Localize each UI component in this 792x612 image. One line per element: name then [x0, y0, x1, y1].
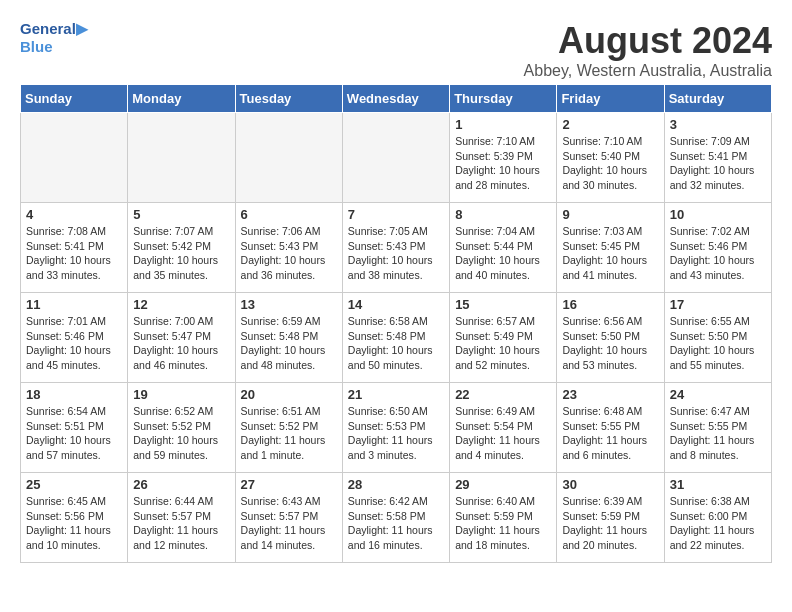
day-info: Sunrise: 6:38 AMSunset: 6:00 PMDaylight:… [670, 494, 766, 553]
day-number: 21 [348, 387, 444, 402]
calendar-day-cell: 19Sunrise: 6:52 AMSunset: 5:52 PMDayligh… [128, 383, 235, 473]
day-number: 9 [562, 207, 658, 222]
day-number: 28 [348, 477, 444, 492]
calendar-day-cell: 3Sunrise: 7:09 AMSunset: 5:41 PMDaylight… [664, 113, 771, 203]
day-number: 3 [670, 117, 766, 132]
day-number: 12 [133, 297, 229, 312]
calendar-day-cell [21, 113, 128, 203]
calendar-day-cell: 24Sunrise: 6:47 AMSunset: 5:55 PMDayligh… [664, 383, 771, 473]
day-info: Sunrise: 6:58 AMSunset: 5:48 PMDaylight:… [348, 314, 444, 373]
day-number: 15 [455, 297, 551, 312]
calendar-day-cell: 15Sunrise: 6:57 AMSunset: 5:49 PMDayligh… [450, 293, 557, 383]
day-number: 6 [241, 207, 337, 222]
day-number: 13 [241, 297, 337, 312]
calendar-day-cell: 7Sunrise: 7:05 AMSunset: 5:43 PMDaylight… [342, 203, 449, 293]
day-info: Sunrise: 6:45 AMSunset: 5:56 PMDaylight:… [26, 494, 122, 553]
calendar-week-row: 11Sunrise: 7:01 AMSunset: 5:46 PMDayligh… [21, 293, 772, 383]
day-info: Sunrise: 6:48 AMSunset: 5:55 PMDaylight:… [562, 404, 658, 463]
calendar-day-cell [235, 113, 342, 203]
day-info: Sunrise: 6:55 AMSunset: 5:50 PMDaylight:… [670, 314, 766, 373]
day-number: 7 [348, 207, 444, 222]
calendar-day-cell: 12Sunrise: 7:00 AMSunset: 5:47 PMDayligh… [128, 293, 235, 383]
calendar-day-cell: 30Sunrise: 6:39 AMSunset: 5:59 PMDayligh… [557, 473, 664, 563]
logo: General▶ Blue [20, 20, 88, 56]
calendar-week-row: 18Sunrise: 6:54 AMSunset: 5:51 PMDayligh… [21, 383, 772, 473]
calendar-day-cell: 8Sunrise: 7:04 AMSunset: 5:44 PMDaylight… [450, 203, 557, 293]
day-number: 5 [133, 207, 229, 222]
calendar-day-cell [342, 113, 449, 203]
day-info: Sunrise: 6:42 AMSunset: 5:58 PMDaylight:… [348, 494, 444, 553]
day-info: Sunrise: 6:49 AMSunset: 5:54 PMDaylight:… [455, 404, 551, 463]
day-info: Sunrise: 7:00 AMSunset: 5:47 PMDaylight:… [133, 314, 229, 373]
calendar-day-cell: 1Sunrise: 7:10 AMSunset: 5:39 PMDaylight… [450, 113, 557, 203]
weekday-header-tuesday: Tuesday [235, 85, 342, 113]
calendar-day-cell: 18Sunrise: 6:54 AMSunset: 5:51 PMDayligh… [21, 383, 128, 473]
calendar-week-row: 1Sunrise: 7:10 AMSunset: 5:39 PMDaylight… [21, 113, 772, 203]
day-number: 25 [26, 477, 122, 492]
weekday-header-thursday: Thursday [450, 85, 557, 113]
calendar-day-cell: 9Sunrise: 7:03 AMSunset: 5:45 PMDaylight… [557, 203, 664, 293]
calendar-day-cell: 21Sunrise: 6:50 AMSunset: 5:53 PMDayligh… [342, 383, 449, 473]
logo-subtext: Blue [20, 38, 88, 56]
day-info: Sunrise: 7:10 AMSunset: 5:40 PMDaylight:… [562, 134, 658, 193]
weekday-header-saturday: Saturday [664, 85, 771, 113]
calendar-day-cell: 27Sunrise: 6:43 AMSunset: 5:57 PMDayligh… [235, 473, 342, 563]
calendar-day-cell: 5Sunrise: 7:07 AMSunset: 5:42 PMDaylight… [128, 203, 235, 293]
day-info: Sunrise: 6:50 AMSunset: 5:53 PMDaylight:… [348, 404, 444, 463]
location-subtitle: Abbey, Western Australia, Australia [20, 62, 772, 80]
day-number: 14 [348, 297, 444, 312]
day-number: 2 [562, 117, 658, 132]
day-number: 20 [241, 387, 337, 402]
day-number: 23 [562, 387, 658, 402]
day-number: 30 [562, 477, 658, 492]
day-number: 22 [455, 387, 551, 402]
day-info: Sunrise: 7:04 AMSunset: 5:44 PMDaylight:… [455, 224, 551, 283]
weekday-header-monday: Monday [128, 85, 235, 113]
day-info: Sunrise: 6:56 AMSunset: 5:50 PMDaylight:… [562, 314, 658, 373]
calendar-day-cell: 28Sunrise: 6:42 AMSunset: 5:58 PMDayligh… [342, 473, 449, 563]
day-number: 8 [455, 207, 551, 222]
calendar-header: August 2024 Abbey, Western Australia, Au… [20, 20, 772, 80]
logo-text: General▶ [20, 20, 88, 38]
day-number: 19 [133, 387, 229, 402]
weekday-header-sunday: Sunday [21, 85, 128, 113]
day-info: Sunrise: 6:44 AMSunset: 5:57 PMDaylight:… [133, 494, 229, 553]
day-number: 1 [455, 117, 551, 132]
day-info: Sunrise: 7:03 AMSunset: 5:45 PMDaylight:… [562, 224, 658, 283]
calendar-day-cell: 20Sunrise: 6:51 AMSunset: 5:52 PMDayligh… [235, 383, 342, 473]
day-info: Sunrise: 6:39 AMSunset: 5:59 PMDaylight:… [562, 494, 658, 553]
day-number: 16 [562, 297, 658, 312]
calendar-day-cell: 14Sunrise: 6:58 AMSunset: 5:48 PMDayligh… [342, 293, 449, 383]
weekday-header-friday: Friday [557, 85, 664, 113]
calendar-day-cell: 25Sunrise: 6:45 AMSunset: 5:56 PMDayligh… [21, 473, 128, 563]
day-info: Sunrise: 6:59 AMSunset: 5:48 PMDaylight:… [241, 314, 337, 373]
calendar-week-row: 4Sunrise: 7:08 AMSunset: 5:41 PMDaylight… [21, 203, 772, 293]
weekday-header-wednesday: Wednesday [342, 85, 449, 113]
calendar-day-cell: 26Sunrise: 6:44 AMSunset: 5:57 PMDayligh… [128, 473, 235, 563]
day-number: 29 [455, 477, 551, 492]
day-info: Sunrise: 6:43 AMSunset: 5:57 PMDaylight:… [241, 494, 337, 553]
calendar-day-cell: 22Sunrise: 6:49 AMSunset: 5:54 PMDayligh… [450, 383, 557, 473]
calendar-day-cell: 29Sunrise: 6:40 AMSunset: 5:59 PMDayligh… [450, 473, 557, 563]
day-info: Sunrise: 6:54 AMSunset: 5:51 PMDaylight:… [26, 404, 122, 463]
calendar-day-cell: 16Sunrise: 6:56 AMSunset: 5:50 PMDayligh… [557, 293, 664, 383]
day-info: Sunrise: 6:47 AMSunset: 5:55 PMDaylight:… [670, 404, 766, 463]
day-info: Sunrise: 7:06 AMSunset: 5:43 PMDaylight:… [241, 224, 337, 283]
day-info: Sunrise: 7:08 AMSunset: 5:41 PMDaylight:… [26, 224, 122, 283]
calendar-day-cell: 6Sunrise: 7:06 AMSunset: 5:43 PMDaylight… [235, 203, 342, 293]
day-number: 10 [670, 207, 766, 222]
day-info: Sunrise: 7:09 AMSunset: 5:41 PMDaylight:… [670, 134, 766, 193]
day-info: Sunrise: 6:52 AMSunset: 5:52 PMDaylight:… [133, 404, 229, 463]
day-info: Sunrise: 6:51 AMSunset: 5:52 PMDaylight:… [241, 404, 337, 463]
day-info: Sunrise: 7:10 AMSunset: 5:39 PMDaylight:… [455, 134, 551, 193]
day-number: 11 [26, 297, 122, 312]
calendar-table: SundayMondayTuesdayWednesdayThursdayFrid… [20, 84, 772, 563]
calendar-day-cell: 23Sunrise: 6:48 AMSunset: 5:55 PMDayligh… [557, 383, 664, 473]
day-info: Sunrise: 6:40 AMSunset: 5:59 PMDaylight:… [455, 494, 551, 553]
calendar-day-cell: 17Sunrise: 6:55 AMSunset: 5:50 PMDayligh… [664, 293, 771, 383]
day-number: 17 [670, 297, 766, 312]
calendar-day-cell: 31Sunrise: 6:38 AMSunset: 6:00 PMDayligh… [664, 473, 771, 563]
day-number: 4 [26, 207, 122, 222]
day-number: 27 [241, 477, 337, 492]
weekday-header-row: SundayMondayTuesdayWednesdayThursdayFrid… [21, 85, 772, 113]
